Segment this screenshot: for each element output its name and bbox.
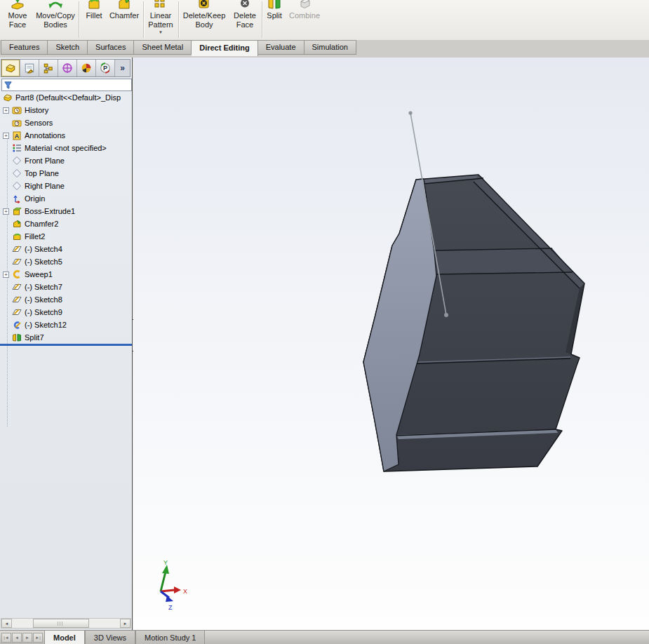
tab-surfaces[interactable]: Surfaces <box>88 40 134 55</box>
next-tab-icon[interactable]: ► <box>22 633 32 643</box>
toolbar-separator <box>262 1 262 38</box>
sketch-icon <box>12 282 22 292</box>
tree-row-right-plane[interactable]: Right Plane <box>0 180 131 192</box>
tree-item-label: Annotations <box>25 131 65 140</box>
toolbar-separator <box>143 1 144 38</box>
button-label: Split <box>267 11 281 20</box>
expand-plus-icon[interactable]: + <box>3 107 9 114</box>
tree-row-sketch5[interactable]: (-) Sketch5 <box>0 255 131 268</box>
move-copy-bodies-button[interactable]: Move/Copy Bodies <box>34 0 77 39</box>
expand-plus-icon[interactable]: + <box>3 208 9 215</box>
tab-features[interactable]: Features <box>1 40 48 55</box>
tree-row-sketch4[interactable]: (-) Sketch4 <box>0 243 131 255</box>
bottom-bar: |◄ ◄ ► ►| Model 3D Views Motion Study 1 <box>0 630 649 644</box>
chamfer-button[interactable]: Chamfer <box>108 0 140 39</box>
tab-sheet-metal[interactable]: Sheet Metal <box>134 40 192 55</box>
tree-row-boss-extrude1[interactable]: + Boss-Extrude1 <box>0 205 131 217</box>
tree-root-row[interactable]: Part8 (Default<<Default>_Disp <box>0 91 131 104</box>
tree-row-split7[interactable]: Split7 <box>0 331 131 344</box>
sketch-3d-icon <box>12 320 22 330</box>
delete-face-button[interactable]: Delete Face <box>229 0 260 39</box>
tree-row-top-plane[interactable]: Top Plane <box>0 167 131 180</box>
fillet-feature-icon <box>12 232 22 241</box>
scrollbar-track[interactable] <box>12 619 120 628</box>
tab-overflow-chevron-icon[interactable]: » <box>115 60 130 76</box>
combine-icon <box>297 0 312 11</box>
tab-evaluate[interactable]: Evaluate <box>258 40 305 55</box>
tree-row-front-plane[interactable]: Front Plane <box>0 154 131 167</box>
plane-icon <box>12 156 22 166</box>
toolbar-separator <box>178 1 179 38</box>
sketch-icon <box>12 244 22 254</box>
tree-row-fillet2[interactable]: Fillet2 <box>0 230 131 243</box>
last-tab-icon[interactable]: ►| <box>33 633 43 643</box>
tree-row-sensors[interactable]: Sensors <box>0 116 131 129</box>
plane-icon <box>12 181 22 191</box>
command-toolbar: Move Face Move/Copy Bodies Fillet Chamfe… <box>0 0 649 41</box>
tree-item-label: Material <not specified> <box>25 144 107 152</box>
tree-row-history[interactable]: + History <box>0 104 131 116</box>
tree-item-label: Top Plane <box>25 169 59 177</box>
button-label: Chamfer <box>109 11 139 20</box>
feature-tree: Part8 (Default<<Default>_Disp + History … <box>0 91 131 344</box>
move-face-button[interactable]: Move Face <box>1 0 34 39</box>
delete-keep-body-button[interactable]: Delete/Keep Body <box>180 0 228 39</box>
tree-row-origin[interactable]: Origin <box>0 192 131 205</box>
annotations-icon <box>12 130 22 140</box>
material-icon <box>12 143 22 153</box>
dimxpert-manager-tab[interactable] <box>58 60 77 76</box>
button-label: Move Face <box>8 11 27 29</box>
filter-input[interactable] <box>13 80 131 90</box>
tab-3d-views[interactable]: 3D Views <box>85 631 135 644</box>
panel-horizontal-scrollbar[interactable]: ◄ ► <box>1 618 131 629</box>
fillet-button[interactable]: Fillet <box>80 0 108 39</box>
split-button[interactable]: Split <box>264 0 285 39</box>
tree-item-label: (-) Sketch4 <box>25 245 62 253</box>
tab-direct-editing[interactable]: Direct Editing <box>192 40 258 56</box>
tree-item-label: History <box>25 106 48 114</box>
origin-icon <box>12 194 22 203</box>
design-tree-tab[interactable] <box>1 60 20 76</box>
button-label: Fillet <box>86 11 102 20</box>
main-area: » Part8 (Default<<Default>_Disp + Histor… <box>0 58 649 630</box>
tree-row-sweep1[interactable]: + Sweep1 <box>0 268 131 281</box>
tree-row-sketch8[interactable]: (-) Sketch8 <box>0 293 131 306</box>
tree-item-label: Sensors <box>25 119 53 127</box>
configuration-manager-tab[interactable] <box>39 60 58 76</box>
tree-filter-field[interactable] <box>1 79 132 91</box>
prev-tab-icon[interactable]: ◄ <box>12 633 22 643</box>
tab-simulation[interactable]: Simulation <box>305 40 356 55</box>
tab-model[interactable]: Model <box>44 630 85 644</box>
tree-item-label: Origin <box>25 194 45 203</box>
sweep-icon <box>12 269 22 279</box>
scrollbar-thumb[interactable] <box>33 619 89 628</box>
tree-row-chamfer2[interactable]: Chamfer2 <box>0 217 131 230</box>
display-manager-tab[interactable] <box>77 60 96 76</box>
expand-plus-icon[interactable]: + <box>3 133 9 139</box>
rollback-bar[interactable] <box>0 344 132 346</box>
tab-motion-study-1[interactable]: Motion Study 1 <box>135 631 205 644</box>
history-icon <box>12 105 22 115</box>
dropdown-caret-icon[interactable]: ▼ <box>159 30 163 34</box>
tree-row-material[interactable]: Material <not specified> <box>0 142 131 154</box>
tree-row-sketch9[interactable]: (-) Sketch9 <box>0 306 131 318</box>
tree-row-sketch7[interactable]: (-) Sketch7 <box>0 281 131 293</box>
sketch-icon <box>12 295 22 304</box>
tree-root-label: Part8 (Default<<Default>_Disp <box>15 93 121 102</box>
tree-item-label: Front Plane <box>25 156 65 165</box>
cam-manager-tab[interactable] <box>96 60 115 76</box>
button-label: Delete Face <box>234 11 256 29</box>
sensors-icon <box>12 118 22 128</box>
tab-sketch[interactable]: Sketch <box>48 40 88 55</box>
button-label: Linear Pattern <box>148 11 173 29</box>
first-tab-icon[interactable]: |◄ <box>1 633 11 643</box>
linear-pattern-button[interactable]: Linear Pattern ▼ <box>145 0 177 39</box>
tree-row-sketch12[interactable]: (-) Sketch12 <box>0 318 131 331</box>
property-manager-tab[interactable] <box>20 60 39 76</box>
tree-row-annotations[interactable]: + Annotations <box>0 129 131 142</box>
scroll-left-icon[interactable]: ◄ <box>1 619 12 628</box>
expand-plus-icon[interactable]: + <box>3 271 9 278</box>
scroll-right-icon[interactable]: ► <box>120 619 131 628</box>
viewport-3d[interactable]: Y X Z <box>133 58 649 630</box>
tree-item-label: (-) Sketch12 <box>25 321 67 329</box>
